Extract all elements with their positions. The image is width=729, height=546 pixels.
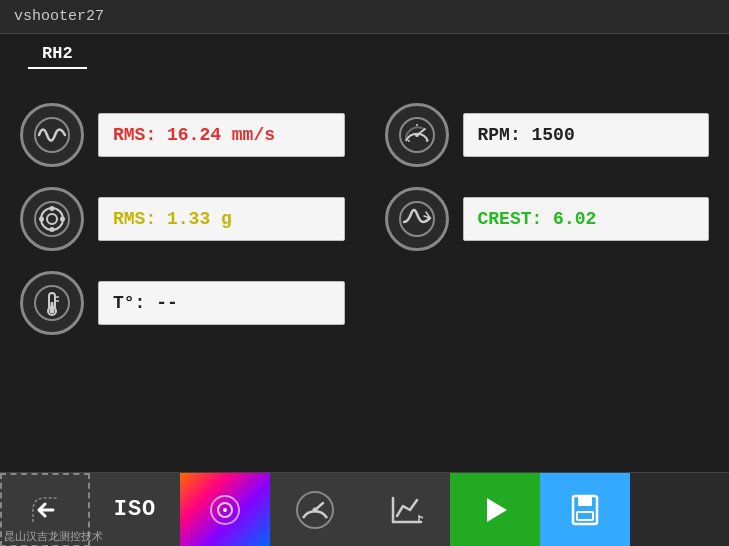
metric-row-rms-velocity: RMS: 16.24 mm/s xyxy=(20,103,345,167)
iso-button[interactable]: ISO xyxy=(90,473,180,547)
section-label: RH2 xyxy=(28,34,87,69)
speedometer-icon xyxy=(385,103,449,167)
metrics-grid: RMS: 16.24 mm/s RPM: 1500 xyxy=(20,103,709,335)
svg-point-3 xyxy=(415,133,419,137)
svg-point-19 xyxy=(50,309,55,314)
sine-wave-icon xyxy=(20,103,84,167)
temperature-value: T°: -- xyxy=(98,281,345,325)
rms-velocity-text: RMS: 16.24 mm/s xyxy=(113,125,275,145)
crest-value: CREST: 6.02 xyxy=(463,197,710,241)
metric-row-crest: CREST: 6.02 xyxy=(385,187,710,251)
bearing-icon xyxy=(20,187,84,251)
crest-text: CREST: 6.02 xyxy=(478,209,597,229)
spectrum-button[interactable] xyxy=(180,473,270,547)
app-title: vshooter27 xyxy=(14,8,104,25)
rpm-value: RPM: 1500 xyxy=(463,113,710,157)
temperature-text: T°: -- xyxy=(113,293,178,313)
title-bar: vshooter27 xyxy=(0,0,729,34)
rms-velocity-value: RMS: 16.24 mm/s xyxy=(98,113,345,157)
svg-point-11 xyxy=(50,227,55,232)
bottom-text: 昆山汉吉龙测控技术 xyxy=(4,529,103,544)
chart-button[interactable] xyxy=(360,473,450,547)
svg-marker-30 xyxy=(487,498,507,522)
crest-wave-icon xyxy=(385,187,449,251)
play-button[interactable] xyxy=(450,473,540,547)
save-button[interactable] xyxy=(540,473,630,547)
svg-rect-32 xyxy=(578,496,592,506)
svg-point-27 xyxy=(313,507,318,512)
gauge-button[interactable] xyxy=(270,473,360,547)
svg-rect-33 xyxy=(577,512,593,520)
rpm-text: RPM: 1500 xyxy=(478,125,575,145)
rms-accel-text: RMS: 1.33 g xyxy=(113,209,232,229)
iso-label: ISO xyxy=(114,497,157,522)
toolbar: ISO xyxy=(0,472,729,546)
svg-point-8 xyxy=(41,208,63,230)
thermometer-icon xyxy=(20,271,84,335)
metric-row-rms-accel: RMS: 1.33 g xyxy=(20,187,345,251)
svg-point-24 xyxy=(223,508,227,512)
svg-point-10 xyxy=(50,206,55,211)
metrics-grid-container: RMS: 16.24 mm/s RPM: 1500 xyxy=(0,93,729,345)
metric-row-temperature: T°: -- xyxy=(20,271,345,335)
metric-row-rpm: RPM: 1500 xyxy=(385,103,710,167)
svg-point-12 xyxy=(39,217,44,222)
svg-point-9 xyxy=(47,214,57,224)
svg-point-13 xyxy=(60,217,65,222)
rms-accel-value: RMS: 1.33 g xyxy=(98,197,345,241)
